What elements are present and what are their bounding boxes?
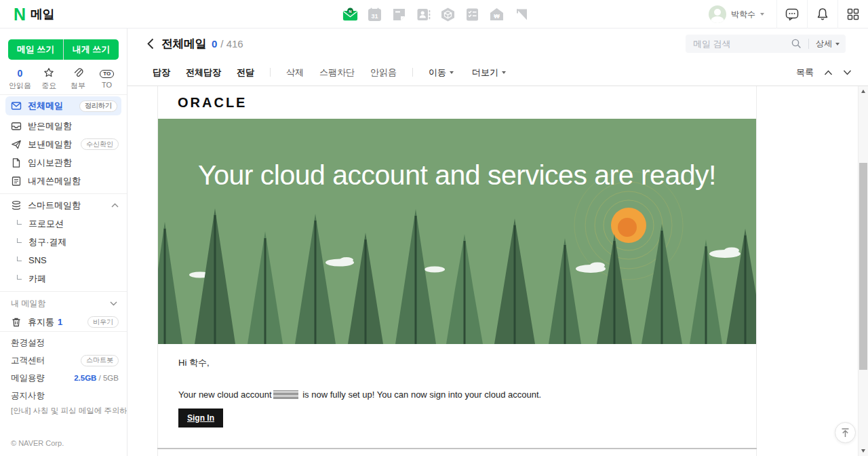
list-view-button[interactable]: 목록 <box>796 66 814 79</box>
folder-label: 청구·결제 <box>28 236 66 248</box>
filter-to-me[interactable]: TO TO <box>92 66 121 91</box>
folder-title: 전체메일 <box>161 36 206 52</box>
top-right-controls: 박학수 <box>696 0 868 28</box>
sidebar-item-smart-mailbox[interactable]: 스마트메일함 <box>0 196 127 214</box>
divider <box>270 68 271 77</box>
apps-grid-button[interactable] <box>838 0 868 28</box>
mail-search-box[interactable]: 메일 검색 상세 <box>686 35 846 53</box>
write-to-me-button[interactable]: 내게 쓰기 <box>64 39 119 60</box>
banner-headline: Your cloud account and services are read… <box>158 159 756 191</box>
mail-all-icon <box>11 100 22 111</box>
sign-in-button[interactable]: Sign In <box>178 408 223 428</box>
copyright: © NAVER Corp. <box>11 439 64 447</box>
sidebar-item-trash[interactable]: 휴지통 1 비우기 <box>0 313 127 331</box>
filter-attachment[interactable]: 첨부 <box>64 66 93 91</box>
help-center-link[interactable]: 고객센터 스마트봇 <box>0 352 127 369</box>
folder-label: SNS <box>28 255 47 265</box>
filter-unread[interactable]: 0 안읽음 <box>5 66 35 91</box>
move-dropdown[interactable]: 이동 <box>429 66 454 79</box>
mark-unread-button[interactable]: 안읽음 <box>370 66 397 79</box>
memo-service-icon[interactable] <box>391 7 407 22</box>
forward-button[interactable]: 전달 <box>237 66 254 79</box>
trash-count: 1 <box>58 317 62 327</box>
mail-content-area: ORACLE Your cloud account and services a… <box>127 86 858 456</box>
sidebar-item-billing[interactable]: 청구·결제 <box>0 233 127 251</box>
mail-toolbar: 답장 전체답장 전달 삭제 스팸차단 안읽음 이동 더보기 목록 <box>127 59 868 86</box>
folder-label: 보낸메일함 <box>28 138 72 151</box>
previous-mail-button[interactable] <box>824 70 833 75</box>
search-icon[interactable] <box>791 38 802 50</box>
search-input[interactable]: 메일 검색 <box>693 38 791 50</box>
notice-item[interactable]: [안내] 사칭 및 피싱 메일에 주의하... <box>0 404 127 416</box>
sidebar-item-sns[interactable]: SNS <box>0 251 127 269</box>
tree-corner-icon <box>17 256 22 261</box>
delete-button[interactable]: 삭제 <box>286 66 304 79</box>
scrollbar-up-arrow[interactable] <box>859 86 868 96</box>
smartbot-button[interactable]: 스마트봇 <box>81 355 119 366</box>
email-greeting: Hi 학수, <box>178 357 736 369</box>
sidebar-item-sent-to-me[interactable]: 내게쓴메일함 <box>0 172 127 190</box>
chevron-down-icon <box>760 13 764 16</box>
sidebar-item-cafe[interactable]: 카페 <box>0 269 127 288</box>
settings-link[interactable]: 환경설정 <box>0 334 127 352</box>
profile-menu[interactable]: 박학수 <box>696 5 776 23</box>
search-detail-toggle[interactable]: 상세 <box>808 39 840 49</box>
reply-button[interactable]: 답장 <box>153 66 170 79</box>
sidebar-section-my-mailbox[interactable]: 내 메일함 <box>0 294 127 313</box>
contacts-service-icon[interactable] <box>416 7 431 22</box>
empty-trash-button[interactable]: 비우기 <box>87 316 119 328</box>
scrollbar-down-arrow[interactable] <box>859 446 868 456</box>
email-paragraph: Your new cloud account is now fully set … <box>178 390 736 400</box>
move-label: 이동 <box>429 66 446 79</box>
chevron-down-icon[interactable] <box>110 301 117 306</box>
naver-mail-logo[interactable]: N 메일 <box>14 0 54 28</box>
top-app-bar: N 메일 N 31 <box>0 0 868 28</box>
next-mail-button[interactable] <box>843 70 852 75</box>
scrollbar-thumb[interactable] <box>859 163 867 370</box>
folder-label: 스마트메일함 <box>28 200 81 212</box>
filter-important[interactable]: 중요 <box>35 66 64 91</box>
sidebar-item-inbox[interactable]: 받은메일함 <box>0 117 127 135</box>
chevron-down-icon <box>502 71 506 74</box>
avatar <box>709 5 726 23</box>
mail-service-icon[interactable]: N <box>342 7 358 22</box>
bookmark-service-icon[interactable] <box>513 7 529 22</box>
calendar-service-icon[interactable]: 31 <box>367 7 382 22</box>
sidebar-item-all-mail[interactable]: 전체메일 정리하기 <box>5 96 121 115</box>
app-title: 메일 <box>31 6 54 22</box>
compose-mail-button[interactable]: 메일 쓰기 <box>8 39 63 60</box>
sidebar-item-drafts[interactable]: 임시보관함 <box>0 153 127 172</box>
quota-value: 2.5GB / 5GB <box>74 374 119 382</box>
spam-block-button[interactable]: 스팸차단 <box>319 66 355 79</box>
cleanup-button[interactable]: 정리하기 <box>79 100 117 112</box>
chat-bubble-icon <box>785 7 800 22</box>
pay-service-icon[interactable]: ₩ <box>489 7 505 22</box>
back-button[interactable] <box>147 38 154 50</box>
mybox-service-icon[interactable] <box>440 7 456 22</box>
talk-button[interactable] <box>777 0 807 28</box>
notifications-button[interactable] <box>808 0 837 28</box>
naver-services-bar: N 31 <box>342 0 529 28</box>
detail-label: 상세 <box>816 38 832 50</box>
reply-all-button[interactable]: 전체답장 <box>186 66 221 79</box>
notice-link[interactable]: 공지사항 <box>0 387 127 404</box>
sidebar-item-promotion[interactable]: 프로모션 <box>0 214 127 233</box>
oracle-logo: ORACLE <box>178 95 247 111</box>
vertical-scrollbar[interactable] <box>858 86 868 456</box>
toolbar-right: 목록 <box>796 59 852 86</box>
to-badge-icon: TO <box>100 70 114 78</box>
util-label: 고객센터 <box>11 355 45 366</box>
divider <box>0 193 127 194</box>
sidebar: 메일 쓰기 내게 쓰기 0 안읽음 중요 첨부 TO <box>0 28 127 456</box>
chevron-up-icon <box>824 70 833 75</box>
util-label: 공지사항 <box>11 390 45 402</box>
chevron-up-icon[interactable] <box>111 203 119 208</box>
scroll-to-top-button[interactable] <box>835 422 856 443</box>
checklist-service-icon[interactable] <box>465 7 480 22</box>
receipt-check-button[interactable]: 수신확인 <box>81 138 119 150</box>
sidebar-item-sent[interactable]: 보낸메일함 수신확인 <box>0 135 127 153</box>
mail-view-header: 전체메일 0 / 416 메일 검색 상세 <box>127 28 868 59</box>
more-dropdown[interactable]: 더보기 <box>472 66 506 79</box>
mail-quota-row[interactable]: 메일용량 2.5GB / 5GB <box>0 369 127 387</box>
folder-label: 받은메일함 <box>28 120 72 132</box>
